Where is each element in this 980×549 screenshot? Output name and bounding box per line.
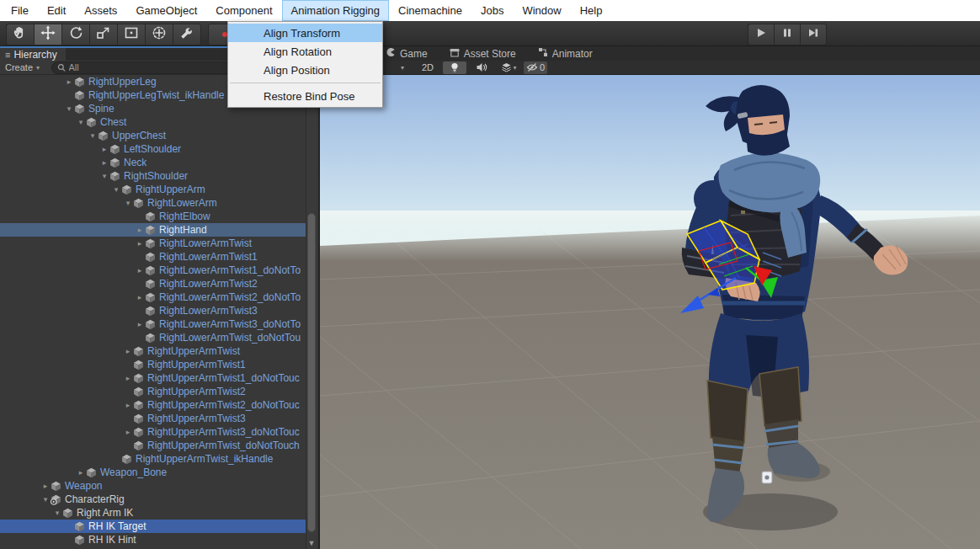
tree-row-rightupperarmtwist3_donottouc[interactable]: ▸ RightUpperArmTwist3_doNotTouc: [0, 425, 307, 439]
chevron-down-icon[interactable]: ▾: [401, 64, 404, 72]
custom-tool-button[interactable]: [173, 24, 201, 45]
menubar-item-label: GameObject: [136, 4, 197, 17]
gameobject-cube-icon: [109, 144, 122, 155]
expand-arrow-icon[interactable]: ▸: [99, 142, 109, 156]
expand-arrow-icon[interactable]: ▸: [123, 425, 133, 439]
tree-row-weapon[interactable]: ▸ Weapon: [0, 479, 307, 493]
move-tool-button[interactable]: [34, 24, 61, 45]
menubar-item-edit[interactable]: Edit: [38, 0, 75, 21]
tree-row-rightupperarmtwist1_donottouc[interactable]: ▸ RightUpperArmTwist1_doNotTouc: [0, 371, 307, 385]
tree-row-rightlowerarmtwist2[interactable]: RightLowerArmTwist2: [0, 277, 307, 290]
tab-game[interactable]: Game: [386, 47, 428, 60]
scrollbar-down-arrow[interactable]: ▼: [306, 539, 317, 547]
tree-row-rightlowerarmtwist2_donotto[interactable]: ▸ RightLowerArmTwist2_doNotTo: [0, 290, 307, 304]
expand-arrow-icon[interactable]: ▸: [99, 156, 109, 169]
tree-row-rightupperarmtwist_ikhandle[interactable]: RightUpperArmTwist_ikHandle: [0, 452, 307, 466]
tab-hierarchy[interactable]: ≡ Hierarchy: [0, 48, 66, 62]
step-button[interactable]: [800, 24, 827, 45]
pause-button[interactable]: [774, 24, 800, 45]
expand-arrow-icon[interactable]: ▸: [40, 479, 51, 493]
tree-row-rightshoulder[interactable]: ▾ RightShoulder: [0, 169, 307, 183]
scene-gizmo-billboard-icon[interactable]: [762, 472, 772, 483]
tree-row-right-arm-ik[interactable]: ▾ Right Arm IK: [0, 506, 307, 520]
menubar-item-jobs[interactable]: Jobs: [471, 0, 513, 21]
scrollbar-thumb[interactable]: [307, 213, 316, 532]
menubar-item-file[interactable]: File: [2, 0, 38, 21]
tab-asset-store[interactable]: Asset Store: [450, 47, 516, 60]
expand-arrow-icon[interactable]: ▾: [76, 115, 86, 129]
tree-row-righthand[interactable]: ▸ RightHand: [0, 223, 307, 237]
audio-toggle-button[interactable]: [470, 61, 493, 74]
tree-row-rightupperarmtwist[interactable]: ▸ RightUpperArmTwist: [0, 344, 307, 358]
tree-row-rightlowerarm[interactable]: ▾ RightLowerArm: [0, 196, 307, 210]
tree-row-rightlowerarmtwist[interactable]: ▸ RightLowerArmTwist: [0, 237, 307, 250]
tree-row-rightelbow[interactable]: RightElbow: [0, 210, 307, 223]
pan-tool-button[interactable]: [6, 24, 34, 45]
tree-row-rightlowerarmtwist3_donotto[interactable]: ▸ RightLowerArmTwist3_doNotTo: [0, 317, 307, 331]
menubar-item-assets[interactable]: Assets: [75, 0, 126, 21]
expand-arrow-icon[interactable]: ▸: [135, 237, 145, 250]
tree-row-rightlowerarmtwist_donottou[interactable]: RightLowerArmTwist_doNotTou: [0, 331, 307, 344]
menubar-item-animation-rigging[interactable]: Animation Rigging: [282, 0, 390, 21]
scene-visibility-button[interactable]: 0: [524, 61, 547, 74]
menubar-item-cinemachine[interactable]: Cinemachine: [389, 0, 471, 21]
tree-row-rh-ik-hint[interactable]: RH IK Hint: [0, 533, 307, 546]
expand-arrow-icon[interactable]: ▸: [123, 398, 133, 412]
tree-row-rightupperarm[interactable]: ▾ RightUpperArm: [0, 183, 307, 196]
expand-arrow-icon[interactable]: ▾: [64, 102, 74, 115]
menu-item-align-position[interactable]: Align Position: [228, 61, 382, 79]
scene-3d-render: [320, 75, 980, 549]
transform-tool-button[interactable]: [145, 24, 173, 45]
menubar-item-help[interactable]: Help: [571, 0, 612, 21]
expand-arrow-icon[interactable]: ▸: [64, 75, 74, 88]
rect-tool-button[interactable]: [117, 24, 145, 45]
2d-toggle-button[interactable]: 2D: [416, 61, 439, 74]
expand-arrow-icon[interactable]: ▸: [135, 223, 145, 237]
tree-row-leftshoulder[interactable]: ▸ LeftShoulder: [0, 142, 307, 156]
tree-row-rightupperarmtwist3[interactable]: RightUpperArmTwist3: [0, 412, 307, 425]
scene-viewport[interactable]: [320, 75, 980, 549]
tree-row-rightlowerarmtwist1[interactable]: RightLowerArmTwist1: [0, 250, 307, 264]
menubar-item-gameobject[interactable]: GameObject: [126, 0, 206, 21]
tree-row-characterrig[interactable]: ▾ CharacterRig: [0, 493, 307, 506]
gameobject-cube-icon: [133, 373, 146, 384]
tree-row-rightupperarmtwist2[interactable]: RightUpperArmTwist2: [0, 385, 307, 398]
effects-toggle-button[interactable]: ▾: [497, 61, 520, 74]
expand-arrow-icon[interactable]: ▾: [88, 129, 98, 142]
expand-arrow-icon[interactable]: ▸: [135, 290, 145, 304]
light-bulb-icon: [450, 62, 460, 73]
expand-arrow-icon[interactable]: ▾: [111, 183, 121, 196]
menu-item-restore-bind-pose[interactable]: Restore Bind Pose: [228, 87, 382, 105]
expand-arrow-icon[interactable]: ▸: [135, 317, 145, 331]
play-button[interactable]: [748, 24, 774, 45]
tree-row-weapon_bone[interactable]: ▸ Weapon_Bone: [0, 466, 307, 479]
tree-row-upperchest[interactable]: ▾ UpperChest: [0, 129, 307, 142]
expand-arrow-icon[interactable]: ▾: [40, 493, 51, 506]
hierarchy-scrollbar[interactable]: ▼: [306, 75, 317, 549]
lighting-toggle-button[interactable]: [443, 61, 466, 74]
expand-arrow-icon[interactable]: ▸: [135, 264, 145, 277]
tab-animator[interactable]: Animator: [538, 47, 593, 60]
expand-arrow-icon[interactable]: ▸: [76, 466, 86, 479]
expand-arrow-icon[interactable]: ▾: [123, 196, 133, 210]
scene-panel: Game Asset Store Animator ▾ 2D: [320, 46, 980, 549]
menubar-item-window[interactable]: Window: [513, 0, 570, 21]
tree-row-neck[interactable]: ▸ Neck: [0, 156, 307, 169]
tree-row-rightupperarmtwist1[interactable]: RightUpperArmTwist1: [0, 358, 307, 371]
menu-item-align-rotation[interactable]: Align Rotation: [228, 42, 382, 61]
tree-row-rightupperarmtwist2_donottouc[interactable]: ▸ RightUpperArmTwist2_doNotTouc: [0, 398, 307, 412]
tree-row-rightlowerarmtwist1_donotto[interactable]: ▸ RightLowerArmTwist1_doNotTo: [0, 264, 307, 277]
tree-row-chest[interactable]: ▾ Chest: [0, 115, 307, 129]
expand-arrow-icon[interactable]: ▾: [99, 169, 109, 183]
tree-row-rh-ik-target[interactable]: RH IK Target: [0, 520, 307, 533]
scale-tool-button[interactable]: [89, 24, 117, 45]
tree-row-rightlowerarmtwist3[interactable]: RightLowerArmTwist3: [0, 304, 307, 317]
expand-arrow-icon[interactable]: ▾: [52, 506, 62, 520]
create-button[interactable]: Create ▾: [0, 62, 45, 72]
expand-arrow-icon[interactable]: ▸: [123, 371, 133, 385]
menubar-item-component[interactable]: Component: [206, 0, 281, 21]
rotate-tool-button[interactable]: [61, 24, 89, 45]
menu-item-align-transform[interactable]: Align Transform: [228, 24, 382, 42]
expand-arrow-icon[interactable]: ▸: [123, 344, 133, 358]
tree-row-rightupperarmtwist_donottouch[interactable]: RightUpperArmTwist_doNotTouch: [0, 439, 307, 452]
